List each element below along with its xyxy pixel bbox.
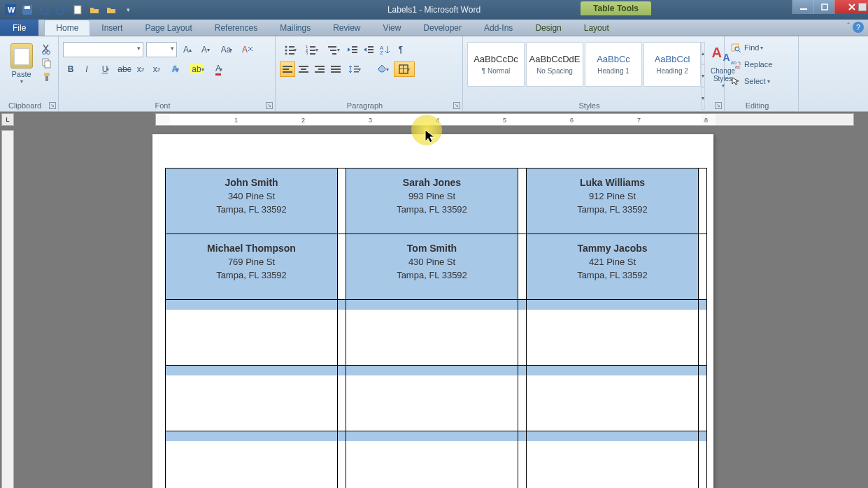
qat-more-icon[interactable]: ▾ <box>120 3 136 17</box>
select-button[interactable]: Select▾ <box>729 74 774 88</box>
open2-icon[interactable] <box>104 3 119 17</box>
label-cell[interactable]: Michael Thompson 769 Pine St Tampa, FL 3… <box>166 234 338 300</box>
maximize-button[interactable] <box>813 0 834 14</box>
align-center-icon[interactable] <box>296 62 311 77</box>
clear-formatting-icon[interactable]: A <box>240 42 255 57</box>
line-spacing-icon[interactable]: ▾ <box>344 62 365 77</box>
font-dialog-launcher[interactable]: ↘ <box>266 102 273 109</box>
justify-icon[interactable] <box>328 62 343 77</box>
superscript-button[interactable]: x2 <box>149 62 164 77</box>
label-cell[interactable]: Tammy Jacobs 421 Pine St Tampa, FL 33592 <box>527 234 699 300</box>
replace-button[interactable]: abac Replace <box>729 57 774 71</box>
tab-layout[interactable]: Layout <box>573 20 620 36</box>
underline-button[interactable]: U▾ <box>95 62 116 77</box>
minimize-ribbon-icon[interactable]: ˆ <box>847 22 850 33</box>
change-case-icon[interactable]: Aa▾ <box>216 42 237 57</box>
cut-icon[interactable] <box>41 43 54 55</box>
minimize-button[interactable] <box>792 0 813 14</box>
text-effects-icon[interactable]: A▾ <box>165 62 186 77</box>
bullets-icon[interactable]: ▾ <box>280 42 301 57</box>
label-cell[interactable]: John Smith 340 Pine St Tampa, FL 33592 <box>166 168 338 234</box>
ruler-toggle-icon[interactable] <box>858 3 867 11</box>
italic-button[interactable]: I <box>79 62 94 77</box>
font-size-combo[interactable] <box>146 42 177 57</box>
align-right-icon[interactable] <box>312 62 327 77</box>
tab-design[interactable]: Design <box>524 20 572 36</box>
document-page[interactable]: John Smith 340 Pine St Tampa, FL 33592 S… <box>152 134 713 488</box>
svg-text:8: 8 <box>704 117 708 124</box>
label-gutter <box>338 300 346 366</box>
style-no-spacing[interactable]: AaBbCcDdENo Spacing <box>526 42 583 87</box>
multilevel-list-icon[interactable]: ▾ <box>323 42 344 57</box>
tab-file[interactable]: File <box>0 20 38 36</box>
highlight-icon[interactable]: ab▾ <box>187 62 208 77</box>
svg-rect-48 <box>331 71 341 73</box>
tab-home[interactable]: Home <box>44 20 90 36</box>
label-cell-empty[interactable] <box>527 366 699 431</box>
labels-table[interactable]: John Smith 340 Pine St Tampa, FL 33592 S… <box>165 168 707 488</box>
font-color-icon[interactable]: A▾ <box>208 62 229 77</box>
svg-rect-31 <box>352 52 357 53</box>
tab-developer[interactable]: Developer <box>412 20 473 36</box>
increase-indent-icon[interactable] <box>361 42 376 57</box>
svg-rect-25 <box>310 53 315 55</box>
vertical-ruler[interactable] <box>1 130 14 488</box>
label-cell-empty[interactable] <box>166 431 338 489</box>
new-icon[interactable] <box>70 3 85 17</box>
subscript-button[interactable]: x2 <box>133 62 148 77</box>
select-icon <box>730 76 741 87</box>
tab-insert[interactable]: Insert <box>90 20 134 36</box>
styles-gallery-scroll[interactable]: ▴ ▾ ▾ <box>701 42 705 110</box>
format-painter-icon[interactable] <box>41 71 54 82</box>
grow-font-icon[interactable]: A▴ <box>180 42 195 57</box>
shading-icon[interactable]: ▾ <box>372 62 393 77</box>
undo-icon[interactable] <box>36 3 52 17</box>
font-name-combo[interactable] <box>63 42 143 57</box>
tab-view[interactable]: View <box>372 20 413 36</box>
label-cell-empty[interactable] <box>346 431 518 489</box>
label-cell[interactable]: Tom Smith 430 Pine St Tampa, FL 33592 <box>346 234 518 300</box>
label-cell-empty[interactable] <box>346 366 518 431</box>
show-hide-icon[interactable]: ¶ <box>393 42 408 57</box>
label-cell-empty[interactable] <box>166 300 338 366</box>
label-cell-empty[interactable] <box>527 300 699 366</box>
align-left-icon[interactable] <box>280 62 295 77</box>
help-icon[interactable]: ? <box>853 22 864 33</box>
bold-button[interactable]: B <box>63 62 78 77</box>
style-heading-2[interactable]: AaBbCclHeading 2 <box>643 42 701 87</box>
label-cell-empty[interactable] <box>346 300 518 366</box>
decrease-indent-icon[interactable] <box>345 42 360 57</box>
copy-icon[interactable] <box>41 57 54 69</box>
style-heading-1[interactable]: AaBbCcHeading 1 <box>585 42 642 87</box>
tab-addins[interactable]: Add-Ins <box>473 20 524 36</box>
clipboard-dialog-launcher[interactable]: ↘ <box>49 102 56 109</box>
redo-icon[interactable] <box>53 3 69 17</box>
strikethrough-button[interactable]: abc <box>117 62 132 77</box>
styles-dialog-launcher[interactable]: ↘ <box>715 102 722 109</box>
tab-review[interactable]: Review <box>322 20 371 36</box>
tab-page-layout[interactable]: Page Layout <box>134 20 203 36</box>
save-icon[interactable] <box>20 3 35 17</box>
group-styles: AaBbCcDc¶ Normal AaBbCcDdENo Spacing AaB… <box>463 36 725 111</box>
svg-rect-30 <box>352 49 357 50</box>
paragraph-dialog-launcher[interactable]: ↘ <box>453 102 460 109</box>
find-button[interactable]: Find▾ <box>729 41 774 55</box>
label-cell-empty[interactable] <box>166 366 338 431</box>
borders-icon[interactable]: ▾ <box>394 62 415 77</box>
svg-rect-12 <box>45 76 48 81</box>
tab-references[interactable]: References <box>204 20 269 36</box>
numbering-icon[interactable]: 123▾ <box>301 42 322 57</box>
label-cell-empty[interactable] <box>527 431 699 489</box>
label-cell[interactable]: Sarah Jones 993 Pine St Tampa, FL 33592 <box>346 168 518 234</box>
tab-selector[interactable]: L <box>1 113 14 126</box>
label-gutter <box>518 431 527 489</box>
table-row: Michael Thompson 769 Pine St Tampa, FL 3… <box>166 234 707 300</box>
label-cell[interactable]: Luka Williams 912 Pine St Tampa, FL 3359… <box>527 168 699 234</box>
sort-icon[interactable]: AZ <box>377 42 392 57</box>
open-icon[interactable] <box>87 3 102 17</box>
horizontal-ruler[interactable]: 123 456 78 <box>155 113 854 126</box>
style-normal[interactable]: AaBbCcDc¶ Normal <box>467 42 525 87</box>
shrink-font-icon[interactable]: A▾ <box>198 42 213 57</box>
tab-mailings[interactable]: Mailings <box>269 20 322 36</box>
paste-button[interactable]: Paste ▾ <box>4 39 38 110</box>
